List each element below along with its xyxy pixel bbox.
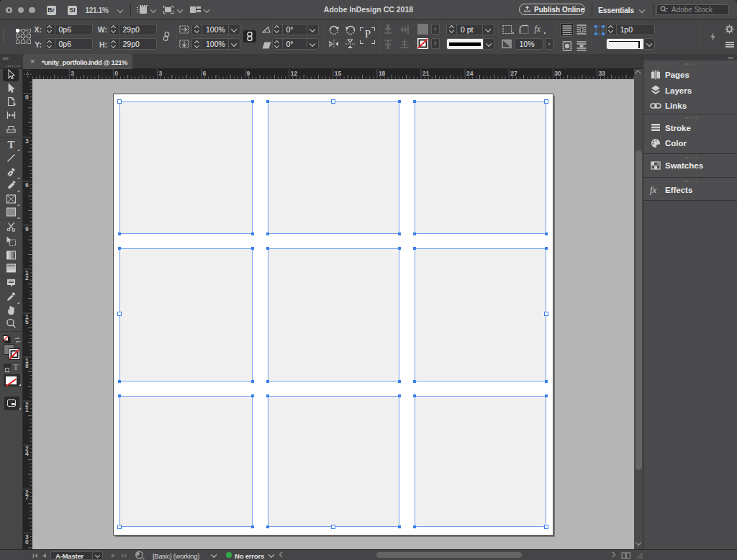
svg-text:T: T [7,139,14,150]
